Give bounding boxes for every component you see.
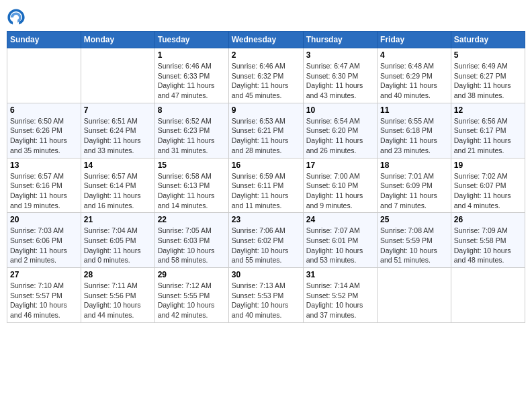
day-number: 5 bbox=[454, 50, 522, 60]
day-info: Sunrise: 6:47 AM Sunset: 6:30 PM Dayligh… bbox=[306, 61, 374, 101]
day-number: 18 bbox=[380, 161, 448, 170]
day-header-thursday: Thursday bbox=[303, 32, 377, 48]
day-info: Sunrise: 7:14 AM Sunset: 5:52 PM Dayligh… bbox=[306, 281, 374, 320]
day-number: 1 bbox=[158, 50, 226, 60]
day-header-sunday: Sunday bbox=[7, 32, 81, 48]
day-info: Sunrise: 6:50 AM Sunset: 6:26 PM Dayligh… bbox=[10, 116, 78, 156]
calendar-cell: 1Sunrise: 6:46 AM Sunset: 6:33 PM Daylig… bbox=[154, 48, 228, 103]
day-info: Sunrise: 6:52 AM Sunset: 6:23 PM Dayligh… bbox=[158, 116, 226, 156]
day-header-monday: Monday bbox=[81, 32, 154, 48]
day-info: Sunrise: 7:05 AM Sunset: 6:03 PM Dayligh… bbox=[158, 226, 226, 265]
calendar-cell: 10Sunrise: 6:54 AM Sunset: 6:20 PM Dayli… bbox=[303, 103, 377, 158]
calendar-cell: 3Sunrise: 6:47 AM Sunset: 6:30 PM Daylig… bbox=[303, 48, 377, 103]
day-info: Sunrise: 7:00 AM Sunset: 6:10 PM Dayligh… bbox=[306, 171, 374, 211]
calendar-cell: 7Sunrise: 6:51 AM Sunset: 6:24 PM Daylig… bbox=[81, 103, 154, 158]
calendar-cell: 21Sunrise: 7:04 AM Sunset: 6:05 PM Dayli… bbox=[81, 213, 154, 268]
calendar-cell: 22Sunrise: 7:05 AM Sunset: 6:03 PM Dayli… bbox=[154, 213, 228, 268]
day-number: 23 bbox=[232, 215, 300, 224]
calendar-cell: 11Sunrise: 6:55 AM Sunset: 6:18 PM Dayli… bbox=[378, 103, 451, 158]
day-number: 22 bbox=[158, 215, 226, 224]
day-number: 15 bbox=[158, 161, 226, 170]
day-number: 12 bbox=[454, 105, 522, 115]
calendar-cell: 24Sunrise: 7:07 AM Sunset: 6:01 PM Dayli… bbox=[303, 213, 377, 268]
day-info: Sunrise: 7:07 AM Sunset: 6:01 PM Dayligh… bbox=[306, 226, 374, 265]
calendar-cell: 29Sunrise: 7:12 AM Sunset: 5:55 PM Dayli… bbox=[154, 268, 228, 323]
day-number: 29 bbox=[158, 270, 226, 279]
day-info: Sunrise: 6:57 AM Sunset: 6:16 PM Dayligh… bbox=[10, 171, 78, 211]
calendar-cell: 5Sunrise: 6:49 AM Sunset: 6:27 PM Daylig… bbox=[451, 48, 525, 103]
day-number: 26 bbox=[454, 215, 522, 224]
day-header-wednesday: Wednesday bbox=[228, 32, 303, 48]
calendar-cell: 27Sunrise: 7:10 AM Sunset: 5:57 PM Dayli… bbox=[7, 268, 81, 323]
day-info: Sunrise: 7:02 AM Sunset: 6:07 PM Dayligh… bbox=[454, 171, 522, 211]
calendar-cell: 23Sunrise: 7:06 AM Sunset: 6:02 PM Dayli… bbox=[228, 213, 303, 268]
day-number: 20 bbox=[10, 215, 78, 224]
day-info: Sunrise: 7:03 AM Sunset: 6:06 PM Dayligh… bbox=[10, 226, 78, 265]
logo bbox=[7, 7, 28, 26]
calendar-table: SundayMondayTuesdayWednesdayThursdayFrid… bbox=[7, 31, 525, 323]
day-info: Sunrise: 6:54 AM Sunset: 6:20 PM Dayligh… bbox=[306, 116, 374, 156]
day-info: Sunrise: 6:46 AM Sunset: 6:32 PM Dayligh… bbox=[232, 61, 300, 101]
calendar-week-4: 20Sunrise: 7:03 AM Sunset: 6:06 PM Dayli… bbox=[7, 213, 525, 268]
logo-icon bbox=[7, 7, 26, 26]
calendar-cell: 6Sunrise: 6:50 AM Sunset: 6:26 PM Daylig… bbox=[7, 103, 81, 158]
day-info: Sunrise: 6:51 AM Sunset: 6:24 PM Dayligh… bbox=[84, 116, 152, 156]
day-number: 13 bbox=[10, 161, 78, 170]
day-number: 16 bbox=[232, 161, 300, 170]
calendar-cell: 16Sunrise: 6:59 AM Sunset: 6:11 PM Dayli… bbox=[228, 158, 303, 213]
calendar-cell: 14Sunrise: 6:57 AM Sunset: 6:14 PM Dayli… bbox=[81, 158, 154, 213]
day-info: Sunrise: 6:48 AM Sunset: 6:29 PM Dayligh… bbox=[380, 61, 448, 101]
day-header-tuesday: Tuesday bbox=[154, 32, 228, 48]
day-number: 17 bbox=[306, 161, 374, 170]
day-info: Sunrise: 7:04 AM Sunset: 6:05 PM Dayligh… bbox=[84, 226, 152, 265]
day-info: Sunrise: 7:08 AM Sunset: 5:59 PM Dayligh… bbox=[380, 226, 448, 265]
day-number: 27 bbox=[10, 270, 78, 279]
calendar-cell: 17Sunrise: 7:00 AM Sunset: 6:10 PM Dayli… bbox=[303, 158, 377, 213]
day-number: 25 bbox=[380, 215, 448, 224]
calendar-cell bbox=[451, 268, 525, 323]
calendar-cell: 26Sunrise: 7:09 AM Sunset: 5:58 PM Dayli… bbox=[451, 213, 525, 268]
day-number: 10 bbox=[306, 105, 374, 115]
day-info: Sunrise: 6:57 AM Sunset: 6:14 PM Dayligh… bbox=[84, 171, 152, 211]
day-number: 24 bbox=[306, 215, 374, 224]
day-info: Sunrise: 7:01 AM Sunset: 6:09 PM Dayligh… bbox=[380, 171, 448, 211]
day-info: Sunrise: 6:46 AM Sunset: 6:33 PM Dayligh… bbox=[158, 61, 226, 101]
calendar-cell: 4Sunrise: 6:48 AM Sunset: 6:29 PM Daylig… bbox=[378, 48, 451, 103]
day-info: Sunrise: 6:58 AM Sunset: 6:13 PM Dayligh… bbox=[158, 171, 226, 211]
calendar-cell: 18Sunrise: 7:01 AM Sunset: 6:09 PM Dayli… bbox=[378, 158, 451, 213]
day-info: Sunrise: 7:09 AM Sunset: 5:58 PM Dayligh… bbox=[454, 226, 522, 265]
day-number: 19 bbox=[454, 161, 522, 170]
day-number: 11 bbox=[380, 105, 448, 115]
calendar-week-3: 13Sunrise: 6:57 AM Sunset: 6:16 PM Dayli… bbox=[7, 158, 525, 213]
calendar-cell: 12Sunrise: 6:56 AM Sunset: 6:17 PM Dayli… bbox=[451, 103, 525, 158]
day-number: 3 bbox=[306, 50, 374, 60]
day-info: Sunrise: 7:11 AM Sunset: 5:56 PM Dayligh… bbox=[84, 281, 152, 320]
day-number: 30 bbox=[232, 270, 300, 279]
calendar-cell: 15Sunrise: 6:58 AM Sunset: 6:13 PM Dayli… bbox=[154, 158, 228, 213]
calendar-cell: 8Sunrise: 6:52 AM Sunset: 6:23 PM Daylig… bbox=[154, 103, 228, 158]
day-number: 4 bbox=[380, 50, 448, 60]
day-info: Sunrise: 7:13 AM Sunset: 5:53 PM Dayligh… bbox=[232, 281, 300, 320]
day-number: 21 bbox=[84, 215, 152, 224]
calendar-cell: 31Sunrise: 7:14 AM Sunset: 5:52 PM Dayli… bbox=[303, 268, 377, 323]
calendar-week-1: 1Sunrise: 6:46 AM Sunset: 6:33 PM Daylig… bbox=[7, 48, 525, 103]
day-number: 8 bbox=[158, 105, 226, 115]
calendar-cell: 9Sunrise: 6:53 AM Sunset: 6:21 PM Daylig… bbox=[228, 103, 303, 158]
calendar-cell: 28Sunrise: 7:11 AM Sunset: 5:56 PM Dayli… bbox=[81, 268, 154, 323]
day-header-friday: Friday bbox=[378, 32, 451, 48]
day-info: Sunrise: 6:56 AM Sunset: 6:17 PM Dayligh… bbox=[454, 116, 522, 156]
calendar-cell bbox=[378, 268, 451, 323]
calendar-cell: 20Sunrise: 7:03 AM Sunset: 6:06 PM Dayli… bbox=[7, 213, 81, 268]
day-info: Sunrise: 6:59 AM Sunset: 6:11 PM Dayligh… bbox=[232, 171, 300, 211]
calendar-cell: 2Sunrise: 6:46 AM Sunset: 6:32 PM Daylig… bbox=[228, 48, 303, 103]
day-number: 2 bbox=[232, 50, 300, 60]
calendar-cell: 30Sunrise: 7:13 AM Sunset: 5:53 PM Dayli… bbox=[228, 268, 303, 323]
day-info: Sunrise: 7:06 AM Sunset: 6:02 PM Dayligh… bbox=[232, 226, 300, 265]
day-info: Sunrise: 6:49 AM Sunset: 6:27 PM Dayligh… bbox=[454, 61, 522, 101]
day-number: 9 bbox=[232, 105, 300, 115]
calendar-week-2: 6Sunrise: 6:50 AM Sunset: 6:26 PM Daylig… bbox=[7, 103, 525, 158]
day-number: 7 bbox=[84, 105, 152, 115]
calendar-cell bbox=[7, 48, 81, 103]
calendar-cell: 13Sunrise: 6:57 AM Sunset: 6:16 PM Dayli… bbox=[7, 158, 81, 213]
day-info: Sunrise: 6:53 AM Sunset: 6:21 PM Dayligh… bbox=[232, 116, 300, 156]
